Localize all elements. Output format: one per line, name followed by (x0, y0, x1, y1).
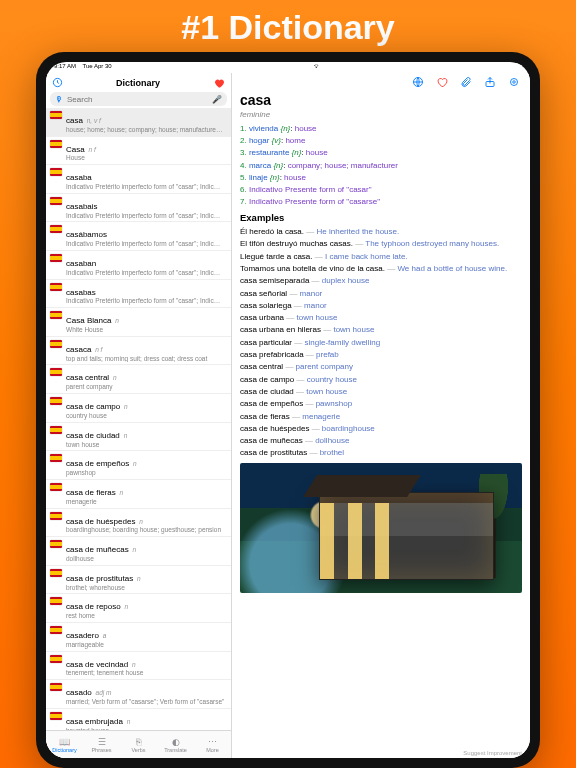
list-term: casaba (66, 173, 92, 182)
left-pane: Dictionary 🎙 🎤 casa n, v f house; home; … (46, 73, 232, 758)
list-meta: adj m (94, 689, 112, 696)
illustration-image (240, 463, 522, 593)
example-compound: casa solariega — manor (240, 301, 522, 312)
list-term: casado (66, 688, 92, 697)
globe-icon[interactable] (412, 76, 424, 88)
list-item[interactable]: casadero a marriageable (46, 623, 231, 652)
list-item[interactable]: casaba Indicativo Pretérito imperfecto f… (46, 165, 231, 194)
example-compound: casa de fieras — menagerie (240, 412, 522, 423)
list-item[interactable]: casado adj m married; Verb form of "casa… (46, 680, 231, 709)
tab-dictionary[interactable]: 📖Dictionary (46, 731, 83, 758)
wifi-icon: ᯤ (314, 63, 320, 69)
flag-es-icon (50, 340, 62, 348)
word-list[interactable]: casa n, v f house; home; house; company;… (46, 108, 231, 730)
attach-icon[interactable] (460, 76, 472, 88)
example-sentence: Él heredó la casa. — He inherited the ho… (240, 227, 522, 238)
list-term: Casa Blanca (66, 316, 111, 325)
share-icon[interactable] (484, 76, 496, 88)
flag-es-icon (50, 426, 62, 434)
list-item[interactable]: casa de huéspedes n boardinghouse; board… (46, 509, 231, 538)
list-item[interactable]: casa n, v f house; home; house; company;… (46, 108, 231, 137)
tab-verbs[interactable]: ⎘Verbs (120, 731, 157, 758)
list-item[interactable]: casa embrujada n haunted house (46, 709, 231, 730)
list-term: casa de empeños (66, 459, 129, 468)
list-item[interactable]: casabais Indicativo Pretérito imperfecto… (46, 194, 231, 223)
sense-line: 7. Indicativo Presente form of "casarse" (240, 197, 522, 208)
list-def: house; home; house; company; house; manu… (66, 127, 227, 134)
flag-es-icon (50, 512, 62, 520)
list-item[interactable]: casa de ciudad n town house (46, 423, 231, 452)
list-item[interactable]: casa de fieras n menagerie (46, 480, 231, 509)
list-item[interactable]: casa de muñecas n dollhouse (46, 537, 231, 566)
sense-line: 1. vivienda {n}: house (240, 124, 522, 135)
suggest-improvement-link[interactable]: Suggest Improvement (463, 750, 522, 756)
tab-label: Phrases (91, 747, 111, 753)
list-item[interactable]: casaca n f top and tails; morning suit; … (46, 337, 231, 366)
sense-line: 6. Indicativo Presente form of "casar" (240, 185, 522, 196)
list-def: Indicativo Pretérito imperfecto form of … (66, 241, 227, 248)
example-sentence: Llegué tarde a casa. — I came back home … (240, 252, 522, 263)
search-input[interactable] (67, 95, 212, 104)
list-term: Casa (66, 145, 85, 154)
heart-outline-icon[interactable] (436, 76, 448, 88)
list-item[interactable]: casábamos Indicativo Pretérito imperfect… (46, 222, 231, 251)
flag-es-icon (50, 483, 62, 491)
example-compound: casa de huéspedes — boardinghouse (240, 424, 522, 435)
list-meta: n (122, 432, 127, 439)
tab-translate[interactable]: ◐Translate (157, 731, 194, 758)
list-meta: n (130, 661, 135, 668)
list-item[interactable]: casa de vecindad n tenement; tenement ho… (46, 652, 231, 681)
flag-es-icon (50, 168, 62, 176)
flag-es-icon (50, 311, 62, 319)
voice-icon[interactable]: 🎙 (55, 95, 63, 104)
history-icon[interactable] (52, 77, 63, 88)
svg-point-3 (511, 79, 518, 86)
list-term: casabas (66, 288, 96, 297)
flag-es-icon (50, 140, 62, 148)
favorite-icon[interactable] (213, 77, 225, 89)
sense-line: 4. marca {n}: company; house; manufactur… (240, 161, 522, 172)
status-date: Tue Apr 30 (83, 63, 112, 69)
list-term: casa de fieras (66, 488, 116, 497)
mic-icon[interactable]: 🎤 (212, 95, 222, 104)
tab-phrases[interactable]: ☰Phrases (83, 731, 120, 758)
tab-more[interactable]: ⋯More (194, 731, 231, 758)
list-item[interactable]: Casa Blanca n White House (46, 308, 231, 337)
list-meta: n f (93, 346, 102, 353)
list-term: casa embrujada (66, 717, 123, 726)
flag-es-icon (50, 225, 62, 233)
list-item[interactable]: casa de prostitutas n brothel; whorehous… (46, 566, 231, 595)
flag-es-icon (50, 655, 62, 663)
list-meta: n, v f (85, 117, 101, 124)
list-def: Indicativo Pretérito imperfecto form of … (66, 213, 227, 220)
list-item[interactable]: casa de reposo n rest home (46, 594, 231, 623)
settings-icon[interactable] (508, 76, 520, 88)
flag-es-icon (50, 540, 62, 548)
list-item[interactable]: casa de empeños n pawnshop (46, 451, 231, 480)
flag-es-icon (50, 626, 62, 634)
list-def: pawnshop (66, 470, 227, 477)
tab-icon: ⋯ (208, 737, 217, 747)
detail-pane: casa feminine 1. vivienda {n}: house2. h… (232, 73, 530, 758)
flag-es-icon (50, 197, 62, 205)
search-bar[interactable]: 🎙 🎤 (50, 92, 227, 106)
list-item[interactable]: Casa n f House (46, 137, 231, 166)
list-item[interactable]: casabas Indicativo Pretérito imperfecto … (46, 280, 231, 309)
detail-content: casa feminine 1. vivienda {n}: house2. h… (232, 91, 530, 758)
list-item[interactable]: casa central n parent company (46, 365, 231, 394)
list-item[interactable]: casa de campo n country house (46, 394, 231, 423)
list-def: White House (66, 327, 227, 334)
flag-es-icon (50, 254, 62, 262)
list-term: casa de muñecas (66, 545, 129, 554)
flag-es-icon (50, 683, 62, 691)
list-def: Indicativo Pretérito imperfecto form of … (66, 184, 227, 191)
example-compound: casa señorial — manor (240, 289, 522, 300)
part-of-speech: feminine (240, 110, 522, 121)
tab-icon: ⎘ (136, 737, 141, 747)
list-def: menagerie (66, 499, 227, 506)
list-item[interactable]: casaban Indicativo Pretérito imperfecto … (46, 251, 231, 280)
example-compound: casa de prostitutas — brothel (240, 448, 522, 459)
flag-es-icon (50, 712, 62, 720)
flag-es-icon (50, 368, 62, 376)
tab-icon: ☰ (98, 737, 106, 747)
